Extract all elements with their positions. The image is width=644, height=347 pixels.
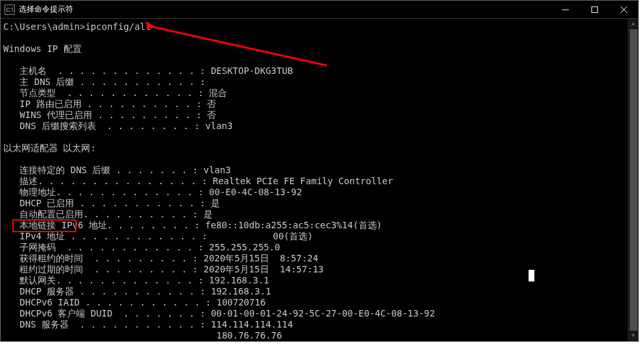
output-line: IP 路由已启用 . . . . . . . . . . : 否	[3, 99, 216, 109]
titlebar[interactable]: C:\ 选择命令提示符	[1, 1, 638, 19]
window-title: 选择命令提示符	[19, 4, 551, 15]
output-line: DNS 后缀搜索列表 . . . . . . . . : vlan3	[3, 121, 233, 131]
close-button[interactable]	[609, 1, 638, 18]
scrollbar-thumb[interactable]	[630, 29, 638, 331]
text-cursor	[529, 270, 534, 281]
output-line: 主机名 . . . . . . . . . . . . . : DESKTOP-…	[3, 66, 293, 76]
maximize-button[interactable]	[580, 1, 609, 18]
output-line: TCPIP 上的 NetBIOS . . . . . . . : 已启用	[3, 341, 240, 342]
output-line-ipv4: IPv4 地址 . . . . . . . . . . . . : 00(首选)	[3, 231, 313, 241]
output-line: 以太网适配器 以太网:	[3, 143, 96, 153]
output-line: 180.76.76.76	[3, 330, 282, 341]
output-line: 本地链接 IPv6 地址. . . . . . . . : fe80::10db…	[3, 220, 382, 230]
output-line: DHCP 已启用 . . . . . . . . . . . : 是	[3, 198, 220, 208]
command-prompt-window: C:\ 选择命令提示符 C:\Users\admin>ipconfig/all …	[0, 0, 639, 342]
window-controls	[551, 1, 638, 18]
cmd-icon: C:\	[5, 5, 15, 15]
prompt-text: C:\Users\admin>	[3, 21, 85, 32]
output-line: 默认网关. . . . . . . . . . . . . : 192.168.…	[3, 275, 269, 285]
output-line: 租约过期的时间 . . . . . . . . . : 2020年5月15日 1…	[3, 264, 324, 274]
output-line: 物理地址. . . . . . . . . . . . . : 00-E0-4C…	[3, 187, 302, 197]
output-line: 获得租约的时间 . . . . . . . . . : 2020年5月15日 8…	[3, 253, 318, 263]
output-line: DNS 服务器 . . . . . . . . . . . : 114.114.…	[3, 319, 293, 329]
output-line: DHCPv6 IAID . . . . . . . . . . . : 1007…	[3, 297, 266, 307]
vertical-scrollbar[interactable]: ▲ ▼	[628, 19, 638, 341]
output-line: 描述. . . . . . . . . . . . . . . : Realte…	[3, 176, 393, 186]
terminal-output[interactable]: C:\Users\admin>ipconfig/all Windows IP 配…	[1, 19, 638, 341]
output-line: DHCPv6 客户端 DUID . . . . . . . : 00-01-00…	[3, 308, 435, 318]
svg-rect-1	[591, 6, 597, 12]
output-line: Windows IP 配置	[3, 43, 82, 54]
scroll-up-arrow-icon[interactable]: ▲	[628, 19, 638, 29]
output-line: 主 DNS 后缀 . . . . . . . . . . . :	[3, 77, 206, 87]
command-text: ipconfig/all	[85, 21, 150, 32]
output-line: 节点类型 . . . . . . . . . . . . : 混合	[3, 88, 227, 98]
output-line: WINS 代理已启用 . . . . . . . . . : 否	[3, 110, 216, 120]
output-line: 自动配置已启用. . . . . . . . . . : 是	[3, 209, 213, 219]
scroll-down-arrow-icon[interactable]: ▼	[628, 331, 638, 341]
output-line: DHCP 服务器 . . . . . . . . . . . : 192.168…	[3, 286, 271, 296]
output-line: 连接特定的 DNS 后缀 . . . . . . . : vlan3	[3, 165, 231, 175]
minimize-button[interactable]	[551, 1, 580, 18]
output-line: 子网掩码 . . . . . . . . . . . . : 255.255.2…	[3, 242, 280, 252]
